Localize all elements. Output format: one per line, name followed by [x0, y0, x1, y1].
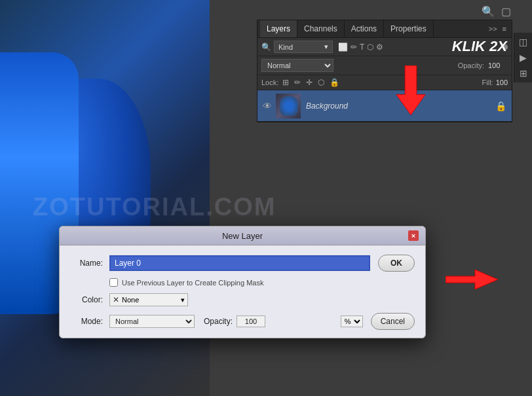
- panel-more-icon[interactable]: >>: [486, 25, 500, 33]
- opacity-label: Opacity:: [458, 62, 484, 69]
- layer-thumbnail: [276, 94, 301, 118]
- panel-menu-icon[interactable]: ≡: [500, 25, 509, 33]
- lock-image-icon[interactable]: ✏: [294, 78, 301, 87]
- dialog-titlebar: New Layer ×: [60, 226, 425, 245]
- filter-kind-arrow: ▾: [324, 43, 328, 51]
- lock-position-icon[interactable]: ✛: [306, 78, 313, 87]
- dialog-checkbox-row: Use Previous Layer to Create Clipping Ma…: [70, 278, 415, 287]
- layers-list: 👁 Background 🔒: [257, 90, 512, 122]
- tab-channels[interactable]: Channels: [297, 20, 345, 37]
- top-right-icons: 🔍 ▢: [482, 5, 511, 18]
- lock-label: Lock:: [261, 79, 278, 86]
- opacity-unit-select[interactable]: %: [341, 315, 363, 327]
- layers-panel: Layers Channels Actions Properties >> ≡ …: [257, 20, 512, 122]
- new-layer-dialog[interactable]: New Layer × Name: OK Use Previous Layer …: [59, 226, 426, 338]
- lock-transparent-icon[interactable]: ⊞: [282, 78, 289, 87]
- dialog-cancel-button[interactable]: Cancel: [371, 313, 415, 330]
- color-x-icon: ✕: [113, 295, 119, 304]
- dialog-color-select[interactable]: ✕ None ▾: [109, 293, 188, 306]
- dialog-close-button[interactable]: ×: [408, 230, 419, 241]
- dialog-mode-row: Mode: Normal Opacity: % Cancel: [70, 313, 415, 330]
- filter-kind-label: Kind: [278, 43, 293, 51]
- dialog-color-row: Color: ✕ None ▾: [70, 293, 415, 306]
- watermark: ZOTUTORIAL.COM: [33, 193, 276, 221]
- lock-all-icon[interactable]: 🔒: [330, 78, 339, 87]
- lock-artboard-icon[interactable]: ⬡: [318, 78, 324, 87]
- right-panel-icons: ◫ ▶ ⊞: [514, 33, 532, 82]
- layer-lock-icon: 🔒: [495, 101, 506, 111]
- layer-background-item[interactable]: 👁 Background 🔒: [257, 90, 512, 122]
- dialog-opacity-input[interactable]: [237, 315, 265, 327]
- properties-icon[interactable]: ⊞: [520, 68, 527, 79]
- fill-value: 100: [496, 79, 508, 86]
- filter-pixel-icon[interactable]: ⬜: [338, 43, 348, 52]
- dialog-body: Name: OK Use Previous Layer to Create Cl…: [60, 245, 425, 338]
- dialog-ok-button[interactable]: OK: [378, 255, 415, 272]
- layers-icon[interactable]: ◫: [519, 37, 527, 47]
- color-value: None: [122, 296, 139, 304]
- dialog-name-row: Name: OK: [70, 255, 415, 272]
- filter-kind-select[interactable]: Kind ▾: [274, 41, 333, 53]
- dialog-mode-label: Mode:: [70, 317, 103, 326]
- filter-icons: ⬜ ✏ T ⬡ ⚙: [338, 43, 383, 52]
- color-arrow: ▾: [181, 296, 185, 304]
- search-icon[interactable]: 🔍: [482, 5, 495, 18]
- adjustments-icon[interactable]: ▶: [520, 52, 527, 63]
- filter-active-dot: [503, 45, 508, 50]
- clipping-mask-checkbox[interactable]: [109, 278, 118, 287]
- clipping-mask-label: Use Previous Layer to Create Clipping Ma…: [122, 279, 263, 287]
- svg-marker-0: [396, 65, 425, 115]
- arrow-down-indicator: [391, 65, 430, 120]
- filter-brush-icon[interactable]: ✏: [351, 43, 357, 52]
- dialog-name-label: Name:: [70, 259, 103, 268]
- opacity-value: 100: [488, 62, 508, 69]
- blend-mode-select[interactable]: Normal: [261, 59, 333, 72]
- dialog-title: New Layer: [77, 231, 408, 241]
- panel-tabs: Layers Channels Actions Properties >> ≡: [257, 20, 512, 38]
- fill-label: Fill:: [482, 79, 493, 86]
- tab-layers[interactable]: Layers: [260, 20, 297, 37]
- dialog-name-input[interactable]: [109, 255, 370, 271]
- blend-opacity-row: Normal Opacity: 100: [257, 56, 512, 75]
- tab-properties[interactable]: Properties: [384, 20, 434, 37]
- layer-thumb-bird: [280, 96, 298, 116]
- filter-text-icon[interactable]: T: [360, 43, 364, 52]
- layer-visibility-icon[interactable]: 👁: [263, 101, 272, 111]
- dialog-color-label: Color:: [70, 295, 103, 304]
- lock-row: Lock: ⊞ ✏ ✛ ⬡ 🔒 Fill: 100: [257, 75, 512, 90]
- dialog-mode-select[interactable]: Normal: [109, 315, 195, 328]
- filter-path-icon[interactable]: ⬡: [367, 43, 373, 52]
- panel-filter-toolbar: 🔍 Kind ▾ ⬜ ✏ T ⬡ ⚙: [257, 38, 512, 56]
- filter-fx-icon[interactable]: ⚙: [376, 43, 383, 52]
- dialog-opacity-field-label: Opacity:: [204, 317, 233, 326]
- tab-actions[interactable]: Actions: [345, 20, 384, 37]
- search-filter-icon: 🔍: [261, 43, 271, 52]
- layout-icon[interactable]: ▢: [501, 5, 511, 18]
